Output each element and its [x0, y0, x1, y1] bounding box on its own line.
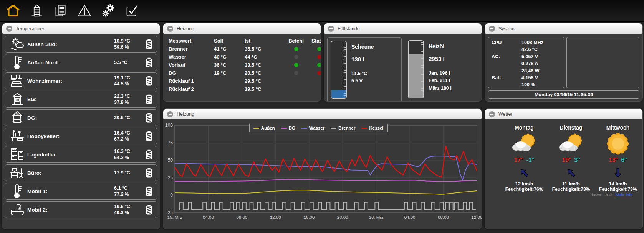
- legend-item: Wasser: [301, 126, 325, 130]
- collapse-icon[interactable]: [167, 111, 173, 117]
- svg-text:08:00: 08:00: [236, 215, 247, 220]
- befehl-indicator[interactable]: [294, 47, 298, 51]
- stat-label: [492, 46, 521, 53]
- collapse-icon[interactable]: [489, 26, 495, 32]
- pages-icon[interactable]: [53, 3, 68, 18]
- tank-detail: März 180 l: [429, 85, 452, 92]
- temp-high: 18°: [609, 157, 618, 164]
- temperature-row[interactable]: Wohnzimmer: 19.1 °C 44.5 %: [5, 72, 157, 89]
- stat-label: [492, 81, 521, 88]
- svg-text:100: 100: [165, 123, 173, 128]
- warning-icon[interactable]: [77, 3, 92, 18]
- temperature-row[interactable]: Mobil 2: 19.6 °C 49.3 %: [5, 201, 157, 218]
- sun-cloud-icon: [7, 37, 27, 51]
- battery-icon: [141, 110, 154, 125]
- checkbox-icon[interactable]: [124, 3, 140, 18]
- building-icon[interactable]: [29, 3, 45, 18]
- humidity-value: 37.8 %: [114, 100, 129, 105]
- home-icon[interactable]: [5, 3, 21, 18]
- heizung-table-row: Rücklauf 1 29.5 °C: [169, 77, 315, 85]
- tank-detail: Feb. 211 l: [429, 77, 452, 84]
- temperature-row[interactable]: Mobil 1: 6.1 °C 77.2 %: [5, 183, 157, 200]
- status-indicator: [317, 87, 321, 91]
- main-toolbar: [0, 0, 644, 22]
- battery-icon: [141, 36, 154, 52]
- svg-text:12:00: 12:00: [270, 215, 281, 220]
- temperature-value: 17.9 °C: [114, 170, 130, 176]
- battery-icon: [141, 128, 154, 144]
- svg-text:16. Mrz: 16. Mrz: [369, 215, 384, 220]
- col-ist: Ist: [245, 38, 285, 44]
- room-label: Außen Nord:: [27, 60, 114, 66]
- befehl-indicator[interactable]: [294, 79, 298, 83]
- collapse-icon[interactable]: [328, 26, 334, 32]
- befehl-indicator[interactable]: [294, 71, 298, 75]
- tank-volume: 130 l: [351, 56, 374, 62]
- svg-text:04:00: 04:00: [203, 215, 214, 220]
- befehl-indicator[interactable]: [294, 55, 298, 59]
- soll-value: 41 °C: [214, 46, 245, 52]
- panel-fuellstaende-header: Füllstände: [324, 23, 482, 34]
- temperature-row[interactable]: Lagerkeller: 16.3 °C 64.2 %: [5, 146, 157, 163]
- temperature-row[interactable]: Büro: 17.9 °C: [5, 164, 157, 181]
- system-stat-row: 100 %: [492, 81, 561, 88]
- legend-item: Außen: [253, 126, 275, 130]
- tank-scale-ticks: [419, 42, 423, 97]
- thermometer-icon: [7, 184, 27, 199]
- panel-heizung-chart: Heizung 1007550250-2515. Mrz04:0008:0012…: [163, 108, 482, 229]
- day-name: Dienstag: [560, 125, 582, 131]
- humidity-value: 44.5 %: [114, 81, 129, 87]
- befehl-indicator[interactable]: [294, 63, 298, 67]
- panel-title: Füllstände: [338, 26, 360, 31]
- system-stat-row: 0.278 A: [492, 60, 561, 67]
- temperature-row[interactable]: EG EG: 22.3 °C 37.8 %: [5, 91, 157, 108]
- forecast-day: Dienstag 19° 3° 11 km/h Feuchtigkeit:73%: [550, 125, 592, 192]
- status-indicator: [317, 47, 321, 51]
- collapse-icon[interactable]: [489, 111, 495, 117]
- legend-label: Brenner: [338, 126, 355, 130]
- storage-shelf-icon: [7, 147, 27, 162]
- status-indicator: [317, 79, 321, 83]
- panel-title: Wetter: [498, 112, 513, 117]
- thermometer-icon: [7, 55, 27, 70]
- house-dg-icon: DG: [7, 110, 27, 125]
- temperature-row[interactable]: Außen Süd: 10.9 °C 59.6 %: [5, 36, 157, 53]
- bathtub-icon: [7, 202, 27, 217]
- legend-item: DG: [281, 126, 295, 130]
- temperature-value: 20.5 °C: [114, 115, 130, 120]
- humidity-text: Feuchtigkeit:76%: [505, 187, 543, 192]
- temperature-value: 6.1 °C: [114, 185, 127, 191]
- weather-source: daswetter.at: [591, 192, 613, 197]
- temperature-row[interactable]: Hobbykeller: 16.4 °C 67.2 %: [5, 128, 157, 144]
- tank-detail: 5.5 V: [351, 77, 374, 85]
- gears-icon[interactable]: [101, 3, 116, 18]
- weather-more-info-link[interactable]: Mehr Info: [616, 192, 632, 197]
- stat-label: AC:: [492, 53, 521, 60]
- tank-gauge: [331, 41, 347, 99]
- svg-text:04:00: 04:00: [404, 215, 416, 220]
- svg-text:08:00: 08:00: [438, 215, 449, 220]
- humidity-value: 59.6 %: [114, 44, 129, 50]
- room-label: Hobbykeller:: [27, 133, 114, 139]
- collapse-icon[interactable]: [167, 26, 173, 32]
- weather-sun-icon: [604, 131, 632, 157]
- battery-icon: [141, 165, 154, 180]
- legend-color-dash: [361, 128, 367, 129]
- heizung-table-row: Brenner 41 °C 35.5 °C: [169, 45, 315, 53]
- temperature-value: 16.4 °C: [114, 130, 130, 136]
- temperature-row[interactable]: Außen Nord: 5.5 °C: [5, 54, 157, 71]
- legend-label: DG: [289, 126, 295, 130]
- messwert-name: Vorlauf: [169, 62, 214, 68]
- status-indicator: [317, 63, 321, 67]
- wind-speed: 12 km/h: [515, 181, 533, 187]
- svg-text:20:00: 20:00: [337, 215, 348, 220]
- tank-gauge: [408, 40, 424, 98]
- befehl-indicator[interactable]: [294, 87, 298, 91]
- ist-value: 20.5 °C: [245, 70, 285, 76]
- col-befehl: Befehl: [285, 38, 308, 44]
- panel-temperaturen-header: Temperaturen: [2, 23, 160, 34]
- temperature-row[interactable]: DG DG: 20.5 °C: [5, 109, 157, 126]
- legend-color-dash: [301, 128, 307, 129]
- collapse-icon[interactable]: [6, 26, 12, 32]
- ist-value: 35.5 °C: [245, 46, 285, 52]
